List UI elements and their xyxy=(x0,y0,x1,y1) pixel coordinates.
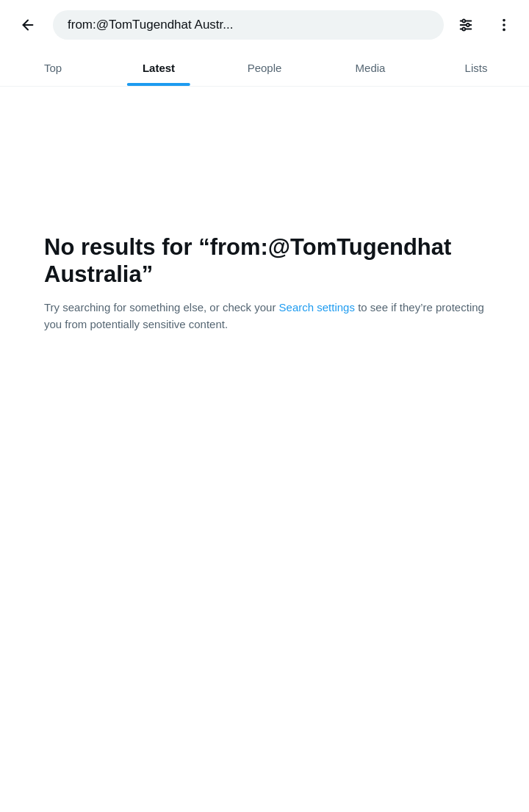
subtitle-before: Try searching for something else, or che… xyxy=(44,301,279,313)
svg-point-5 xyxy=(467,23,469,26)
svg-point-7 xyxy=(503,19,505,22)
search-text: from:@TomTugendhat Austr... xyxy=(68,18,233,32)
tab-top[interactable]: Top xyxy=(0,50,106,86)
tabs: Top Latest People Media Lists xyxy=(0,50,529,87)
header: from:@TomTugendhat Austr... xyxy=(0,0,529,50)
tab-latest[interactable]: Latest xyxy=(106,50,212,86)
tab-people[interactable]: People xyxy=(212,50,317,86)
tab-media[interactable]: Media xyxy=(317,50,423,86)
tab-lists[interactable]: Lists xyxy=(423,50,529,86)
back-button[interactable] xyxy=(12,9,44,41)
svg-point-9 xyxy=(503,29,505,32)
no-results-title: No results for “from:@TomTugendhat Austr… xyxy=(44,233,485,288)
search-settings-link[interactable]: Search settings xyxy=(279,301,355,313)
filter-button[interactable] xyxy=(453,12,479,38)
header-icons xyxy=(453,12,517,38)
svg-point-4 xyxy=(462,19,465,22)
main-content: No results for “from:@TomTugendhat Austr… xyxy=(0,204,529,362)
search-bar[interactable]: from:@TomTugendhat Austr... xyxy=(53,10,444,40)
svg-point-8 xyxy=(503,23,505,26)
svg-point-6 xyxy=(462,27,465,30)
more-button[interactable] xyxy=(491,12,517,38)
no-results-subtitle: Try searching for something else, or che… xyxy=(44,300,485,333)
